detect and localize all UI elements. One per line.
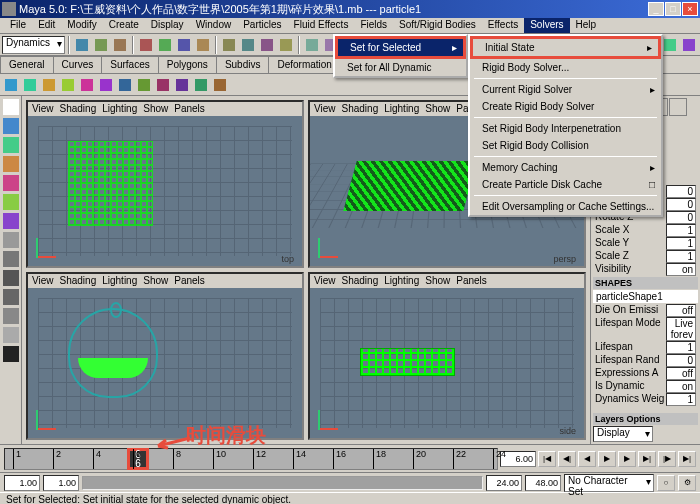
vp-lighting[interactable]: Lighting — [384, 103, 419, 115]
layout-single[interactable] — [2, 250, 20, 268]
layout-tool[interactable] — [2, 345, 20, 363]
channel-value[interactable]: 1 — [666, 237, 696, 250]
range-end-field[interactable] — [486, 475, 522, 491]
menu-edit[interactable]: Edit — [32, 18, 61, 33]
tool[interactable] — [2, 231, 20, 249]
menu-display[interactable]: Display — [145, 18, 190, 33]
play-back-button[interactable]: ▶ — [598, 451, 616, 467]
step-back-button[interactable]: ◀| — [558, 451, 576, 467]
apple-curve[interactable] — [68, 308, 158, 398]
submenu-item[interactable]: Set Rigid Body Interpenetration — [470, 120, 661, 137]
vp-show[interactable]: Show — [143, 275, 168, 287]
prev-key-button[interactable]: ◀ — [578, 451, 596, 467]
tool-btn[interactable] — [239, 36, 257, 54]
particle-object[interactable] — [68, 141, 153, 226]
channel-value[interactable]: 0 — [666, 354, 696, 367]
layout-four[interactable] — [2, 269, 20, 287]
shelf-btn[interactable] — [59, 76, 77, 94]
particle-object[interactable] — [78, 358, 148, 378]
shelf-btn[interactable] — [154, 76, 172, 94]
vp-shading[interactable]: Shading — [60, 275, 97, 287]
menu-create[interactable]: Create — [103, 18, 145, 33]
channel-value[interactable]: 1 — [666, 341, 696, 354]
layout-tool[interactable] — [2, 326, 20, 344]
menu-effects[interactable]: Effects — [482, 18, 524, 33]
menu-particles[interactable]: Particles — [237, 18, 287, 33]
tool-btn[interactable] — [73, 36, 91, 54]
close-button[interactable]: × — [682, 2, 698, 16]
tool-btn[interactable] — [194, 36, 212, 54]
tab-curves[interactable]: Curves — [53, 56, 103, 73]
shelf-btn[interactable] — [116, 76, 134, 94]
submenu-item[interactable]: Create Rigid Body Solver — [470, 98, 661, 115]
shelf-btn[interactable] — [192, 76, 210, 94]
next-key-button[interactable]: ▶| — [638, 451, 656, 467]
shelf-btn[interactable] — [97, 76, 115, 94]
vp-shading[interactable]: Shading — [342, 103, 379, 115]
tool-btn[interactable] — [220, 36, 238, 54]
menu-help[interactable]: Help — [570, 18, 603, 33]
vp-show[interactable]: Show — [425, 275, 450, 287]
maximize-button[interactable]: □ — [665, 2, 681, 16]
range-start-field[interactable] — [43, 475, 79, 491]
menu-rigid[interactable]: Soft/Rigid Bodies — [393, 18, 482, 33]
vp-view[interactable]: View — [32, 275, 54, 287]
menu-fluid[interactable]: Fluid Effects — [288, 18, 355, 33]
vp-view[interactable]: View — [314, 275, 336, 287]
tab-surfaces[interactable]: Surfaces — [101, 56, 158, 73]
vp-show[interactable]: Show — [425, 103, 450, 115]
rewind-button[interactable]: |◀ — [538, 451, 556, 467]
autokey-button[interactable]: ○ — [657, 475, 675, 491]
vp-lighting[interactable]: Lighting — [102, 275, 137, 287]
menu-window[interactable]: Window — [190, 18, 238, 33]
shelf-btn[interactable] — [2, 76, 20, 94]
tab-subdivs[interactable]: Subdivs — [216, 56, 270, 73]
submenu-item[interactable]: Current Rigid Solver — [470, 81, 661, 98]
tool-btn[interactable] — [661, 36, 679, 54]
channel-value[interactable]: 0 — [666, 198, 696, 211]
shelf-btn[interactable] — [211, 76, 229, 94]
vp-shading[interactable]: Shading — [60, 103, 97, 115]
vp-shading[interactable]: Shading — [342, 275, 379, 287]
channel-value[interactable]: off — [666, 367, 696, 380]
channel-value[interactable]: Live forev — [666, 317, 696, 341]
menu-modify[interactable]: Modify — [61, 18, 102, 33]
manip-tool[interactable] — [2, 193, 20, 211]
channel-value[interactable]: 1 — [666, 224, 696, 237]
viewport-side[interactable]: View Shading Lighting Show Panels side — [308, 272, 586, 440]
viewport-top[interactable]: View Shading Lighting Show Panels top — [26, 100, 304, 268]
layers-header[interactable]: Layers Options — [593, 413, 698, 425]
submenu-item[interactable]: Set Rigid Body Collision — [470, 137, 661, 154]
minimize-button[interactable]: _ — [648, 2, 664, 16]
shape-name[interactable]: particleShape1 — [593, 290, 698, 303]
tab-deform[interactable]: Deformation — [268, 56, 340, 73]
vp-lighting[interactable]: Lighting — [102, 103, 137, 115]
move-tool[interactable] — [2, 136, 20, 154]
menu-solvers[interactable]: Solvers — [524, 18, 569, 33]
tool-btn[interactable] — [258, 36, 276, 54]
menu-fields[interactable]: Fields — [354, 18, 393, 33]
layout-tool[interactable] — [2, 307, 20, 325]
submenu-item[interactable]: Initial State — [470, 36, 661, 59]
anim-start-field[interactable] — [4, 475, 40, 491]
tool-btn[interactable] — [156, 36, 174, 54]
channel-value[interactable]: 0 — [666, 211, 696, 224]
prefs-button[interactable]: ⚙ — [678, 475, 696, 491]
menu-set-all[interactable]: Set for All Dynamic — [335, 59, 466, 76]
tool-btn[interactable] — [137, 36, 155, 54]
tool-btn[interactable] — [303, 36, 321, 54]
timeline-track[interactable]: 6 6 124681012141618202224 — [4, 448, 498, 470]
vp-panels[interactable]: Panels — [456, 275, 487, 287]
vp-view[interactable]: View — [32, 103, 54, 115]
play-button[interactable]: ▶ — [618, 451, 636, 467]
step-fwd-button[interactable]: |▶ — [658, 451, 676, 467]
particle-object[interactable] — [360, 348, 455, 376]
channel-value[interactable]: off — [666, 304, 696, 317]
anim-end-field[interactable] — [525, 475, 561, 491]
submenu-item[interactable]: Edit Oversampling or Cache Settings... — [470, 198, 661, 215]
display-dropdown[interactable]: Display — [593, 426, 653, 442]
shelf-btn[interactable] — [40, 76, 58, 94]
tool-btn[interactable] — [277, 36, 295, 54]
viewport-front[interactable]: View Shading Lighting Show Panels — [26, 272, 304, 440]
submenu-item[interactable]: Create Particle Disk Cache — [470, 176, 661, 193]
